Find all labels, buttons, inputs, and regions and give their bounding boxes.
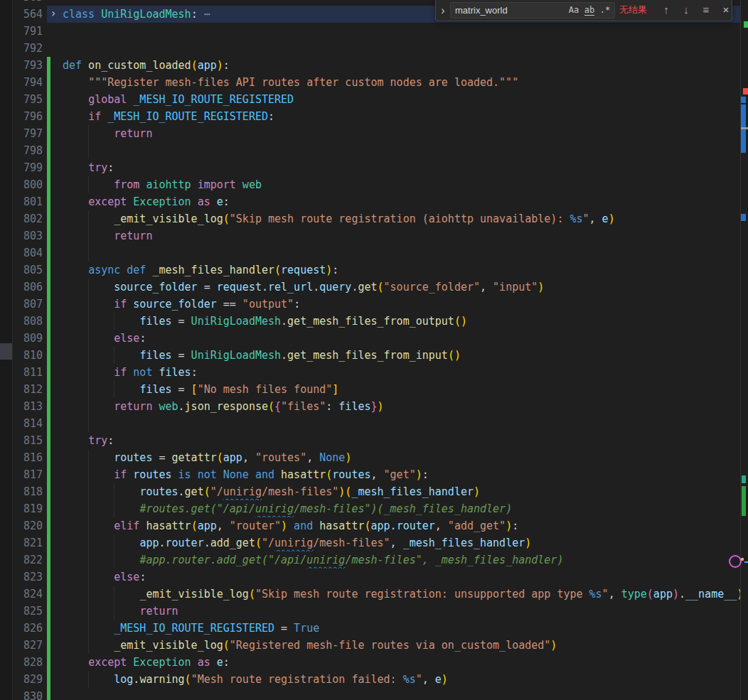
- line-number[interactable]: 809: [13, 330, 43, 347]
- code-line-799[interactable]: 799 try:: [0, 159, 740, 176]
- code-line-798[interactable]: 798: [0, 142, 740, 159]
- code-line-810[interactable]: 810 files = UniRigLoadMesh.get_mesh_file…: [0, 347, 740, 364]
- find-close-button[interactable]: ×: [717, 2, 734, 17]
- code-line-828[interactable]: 828 except Exception as e:: [0, 654, 740, 671]
- left-rail-scroll-thumb[interactable]: [0, 343, 12, 360]
- code-line-812[interactable]: 812 files = ["No mesh files found"]: [0, 381, 740, 398]
- match-case-toggle[interactable]: Aa: [566, 4, 582, 17]
- line-number[interactable]: 794: [13, 74, 43, 91]
- line-number[interactable]: 798: [13, 142, 43, 159]
- overview-ruler[interactable]: [741, 0, 748, 700]
- line-number[interactable]: 803: [13, 227, 43, 244]
- find-in-selection-button[interactable]: ≡: [698, 2, 715, 17]
- code-line-829[interactable]: 829 log.warning("Mesh route registration…: [0, 671, 740, 688]
- code-line-791[interactable]: 791: [0, 23, 740, 40]
- code-line-814[interactable]: 814: [0, 415, 740, 432]
- code-line-800[interactable]: 800 from aiohttp import web: [0, 176, 740, 193]
- line-number[interactable]: 829: [13, 671, 43, 688]
- code-line-793[interactable]: 793def on_custom_loaded(app):: [0, 57, 740, 74]
- code-line-797[interactable]: 797 return: [0, 125, 740, 142]
- line-number[interactable]: 821: [13, 534, 43, 551]
- code-line-794[interactable]: 794 """Register mesh-files API routes af…: [0, 74, 740, 91]
- line-number[interactable]: 793: [13, 57, 43, 74]
- line-number[interactable]: 792: [13, 40, 43, 57]
- line-number[interactable]: 815: [13, 432, 43, 449]
- line-number[interactable]: 826: [13, 620, 43, 637]
- line-number[interactable]: 823: [13, 569, 43, 586]
- line-number[interactable]: 808: [13, 313, 43, 330]
- code-line-795[interactable]: 795 global _MESH_IO_ROUTE_REGISTERED: [0, 91, 740, 108]
- line-number[interactable]: 816: [13, 449, 43, 466]
- fold-chevron-icon[interactable]: ›: [47, 6, 60, 23]
- code-line-813[interactable]: 813 return web.json_response({"files": f…: [0, 398, 740, 415]
- line-number[interactable]: 819: [13, 500, 43, 517]
- line-number[interactable]: 806: [13, 279, 43, 296]
- code-line-792[interactable]: 792: [0, 40, 740, 57]
- indent-guide: [88, 244, 89, 262]
- line-number[interactable]: 797: [13, 125, 43, 142]
- line-number[interactable]: 817: [13, 466, 43, 483]
- line-number[interactable]: 824: [13, 586, 43, 603]
- line-number[interactable]: 827: [13, 637, 43, 654]
- code-line-830[interactable]: 830: [0, 688, 740, 700]
- code-line-803[interactable]: 803 return: [0, 227, 740, 244]
- code-line-827[interactable]: 827 _emit_visible_log("Registered mesh-f…: [0, 637, 740, 654]
- code-line-806[interactable]: 806 source_folder = request.rel_url.quer…: [0, 279, 740, 296]
- line-number[interactable]: 825: [13, 603, 43, 620]
- code-line-817[interactable]: 817 if routes is not None and hasattr(ro…: [0, 466, 740, 483]
- line-number[interactable]: 795: [13, 91, 43, 108]
- code-line-826[interactable]: 826 _MESH_IO_ROUTE_REGISTERED = True: [0, 620, 740, 637]
- code-line-808[interactable]: 808 files = UniRigLoadMesh.get_mesh_file…: [0, 313, 740, 330]
- code-line-821[interactable]: 821 app.router.add_get("/unirig/mesh-fil…: [0, 534, 740, 551]
- line-number[interactable]: 810: [13, 347, 43, 364]
- code-line-805[interactable]: 805 async def _mesh_files_handler(reques…: [0, 262, 740, 279]
- code-line-819[interactable]: 819 #routes.get("/api/unirig/mesh-files"…: [0, 500, 740, 517]
- line-number[interactable]: 791: [13, 23, 43, 40]
- code-line-818[interactable]: 818 routes.get("/unirig/mesh-files")(_me…: [0, 483, 740, 500]
- line-number[interactable]: 796: [13, 108, 43, 125]
- line-number[interactable]: 802: [13, 210, 43, 227]
- find-next-button[interactable]: ↓: [678, 2, 695, 17]
- line-number[interactable]: 563: [13, 0, 43, 6]
- line-number[interactable]: 820: [13, 517, 43, 534]
- code-line-820[interactable]: 820 elif hasattr(app, "router") and hasa…: [0, 517, 740, 534]
- code-text: files = ["No mesh files found"]: [63, 381, 338, 398]
- left-rail: [0, 0, 13, 700]
- find-previous-button[interactable]: ↑: [658, 2, 675, 17]
- code-text: global _MESH_IO_ROUTE_REGISTERED: [63, 91, 294, 108]
- line-number[interactable]: 804: [13, 244, 43, 262]
- code-line-816[interactable]: 816 routes = getattr(app, "routes", None…: [0, 449, 740, 466]
- line-number[interactable]: 564: [13, 6, 43, 23]
- code-line-815[interactable]: 815 try:: [0, 432, 740, 449]
- code-text: files = UniRigLoadMesh.get_mesh_files_fr…: [63, 347, 461, 364]
- line-number[interactable]: 805: [13, 262, 43, 279]
- toggle-replace-button[interactable]: ›: [437, 3, 449, 18]
- code-line-822[interactable]: 822 #app.router.add_get("/api/unirig/mes…: [0, 551, 740, 569]
- code-line-811[interactable]: 811 if not files:: [0, 364, 740, 381]
- code-line-807[interactable]: 807 if source_folder == "output":: [0, 296, 740, 313]
- line-number[interactable]: 807: [13, 296, 43, 313]
- line-number[interactable]: 812: [13, 381, 43, 398]
- line-number[interactable]: 811: [13, 364, 43, 381]
- code-line-809[interactable]: 809 else:: [0, 330, 740, 347]
- line-number[interactable]: 813: [13, 398, 43, 415]
- whole-word-toggle[interactable]: ab: [582, 4, 597, 17]
- code-line-796[interactable]: 796 if _MESH_IO_ROUTE_REGISTERED:: [0, 108, 740, 125]
- line-number[interactable]: 828: [13, 654, 43, 671]
- regex-toggle[interactable]: .*: [597, 4, 613, 17]
- find-input[interactable]: matrix_world Aa ab .*: [450, 2, 615, 18]
- line-number[interactable]: 801: [13, 193, 43, 210]
- line-number[interactable]: 818: [13, 483, 43, 500]
- line-number[interactable]: 799: [13, 159, 43, 176]
- code-line-802[interactable]: 802 _emit_visible_log("Skip mesh route r…: [0, 210, 740, 227]
- code-line-801[interactable]: 801 except Exception as e:: [0, 193, 740, 210]
- code-line-804[interactable]: 804: [0, 244, 740, 262]
- code-text: return: [63, 603, 178, 620]
- line-number[interactable]: 830: [13, 688, 43, 700]
- code-line-825[interactable]: 825 return: [0, 603, 740, 620]
- line-number[interactable]: 822: [13, 551, 43, 569]
- code-line-823[interactable]: 823 else:: [0, 569, 740, 586]
- line-number[interactable]: 814: [13, 415, 43, 432]
- code-line-824[interactable]: 824 _emit_visible_log("Skip mesh route r…: [0, 586, 740, 603]
- line-number[interactable]: 800: [13, 176, 43, 193]
